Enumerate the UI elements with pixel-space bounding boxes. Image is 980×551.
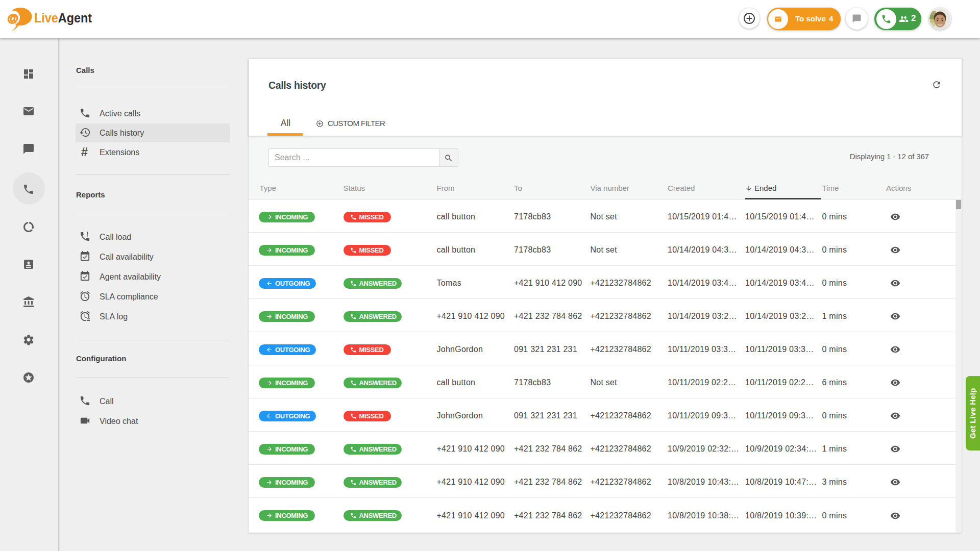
- svg-text:LiveAgent: LiveAgent: [34, 11, 92, 25]
- svg-text:#: #: [81, 146, 88, 158]
- svg-text:@: @: [8, 12, 18, 24]
